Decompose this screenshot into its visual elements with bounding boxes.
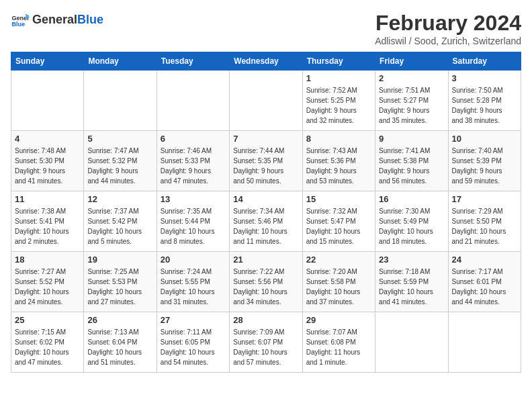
day-number: 20 [161,255,226,265]
day-cell-17: 17Sunrise: 7:29 AM Sunset: 5:50 PM Dayli… [448,191,521,252]
day-info: Sunrise: 7:48 AM Sunset: 5:30 PM Dayligh… [15,146,80,186]
day-cell-25: 25Sunrise: 7:15 AM Sunset: 6:02 PM Dayli… [11,312,84,373]
day-number: 5 [87,134,152,144]
day-number: 8 [306,134,371,144]
header-thursday: Thursday [302,52,375,71]
day-info: Sunrise: 7:11 AM Sunset: 6:05 PM Dayligh… [161,327,226,367]
day-cell-18: 18Sunrise: 7:27 AM Sunset: 5:52 PM Dayli… [11,252,84,312]
day-number: 19 [87,255,152,265]
logo: General Blue GeneralBlue [11,11,103,30]
day-info: Sunrise: 7:35 AM Sunset: 5:44 PM Dayligh… [161,206,226,246]
empty-cell [157,71,229,131]
day-number: 15 [306,194,371,204]
day-info: Sunrise: 7:18 AM Sunset: 5:59 PM Dayligh… [379,267,444,307]
day-cell-9: 9Sunrise: 7:41 AM Sunset: 5:38 PM Daylig… [375,131,448,191]
day-number: 26 [87,315,152,325]
day-cell-19: 19Sunrise: 7:25 AM Sunset: 5:53 PM Dayli… [84,252,157,312]
day-cell-8: 8Sunrise: 7:43 AM Sunset: 5:36 PM Daylig… [302,131,375,191]
day-number: 28 [233,315,298,325]
day-number: 16 [379,194,444,204]
day-cell-5: 5Sunrise: 7:47 AM Sunset: 5:32 PM Daylig… [84,131,157,191]
location-subtitle: Adliswil / Sood, Zurich, Switzerland [375,36,521,46]
day-number: 6 [161,134,226,144]
day-number: 4 [15,134,80,144]
day-info: Sunrise: 7:30 AM Sunset: 5:49 PM Dayligh… [379,206,444,246]
calendar-header-row: SundayMondayTuesdayWednesdayThursdayFrid… [11,52,521,71]
day-number: 21 [233,255,298,265]
day-number: 9 [379,134,444,144]
day-info: Sunrise: 7:29 AM Sunset: 5:50 PM Dayligh… [452,206,517,246]
day-info: Sunrise: 7:43 AM Sunset: 5:36 PM Dayligh… [306,146,371,186]
day-number: 10 [452,134,517,144]
day-cell-23: 23Sunrise: 7:18 AM Sunset: 5:59 PM Dayli… [375,252,448,312]
header-sunday: Sunday [11,52,84,71]
day-number: 11 [15,194,80,204]
day-info: Sunrise: 7:25 AM Sunset: 5:53 PM Dayligh… [87,267,152,307]
day-number: 17 [452,194,517,204]
day-cell-2: 2Sunrise: 7:51 AM Sunset: 5:27 PM Daylig… [375,71,448,131]
day-info: Sunrise: 7:40 AM Sunset: 5:39 PM Dayligh… [452,146,517,186]
day-info: Sunrise: 7:37 AM Sunset: 5:42 PM Dayligh… [87,206,152,246]
day-info: Sunrise: 7:46 AM Sunset: 5:33 PM Dayligh… [161,146,226,186]
day-number: 27 [161,315,226,325]
day-number: 25 [15,315,80,325]
day-info: Sunrise: 7:20 AM Sunset: 5:58 PM Dayligh… [306,267,371,307]
day-cell-4: 4Sunrise: 7:48 AM Sunset: 5:30 PM Daylig… [11,131,84,191]
header-wednesday: Wednesday [230,52,302,71]
day-info: Sunrise: 7:17 AM Sunset: 6:01 PM Dayligh… [452,267,517,307]
week-row-2: 11Sunrise: 7:38 AM Sunset: 5:41 PM Dayli… [11,191,521,252]
day-cell-11: 11Sunrise: 7:38 AM Sunset: 5:41 PM Dayli… [11,191,84,252]
day-cell-7: 7Sunrise: 7:44 AM Sunset: 5:35 PM Daylig… [230,131,302,191]
day-number: 2 [379,73,444,83]
calendar-table: SundayMondayTuesdayWednesdayThursdayFrid… [11,52,521,373]
day-number: 29 [306,315,371,325]
day-number: 14 [233,194,298,204]
day-number: 3 [452,73,517,83]
logo-blue-text: Blue [77,13,103,26]
svg-text:Blue: Blue [11,21,25,28]
day-number: 1 [306,73,371,83]
day-info: Sunrise: 7:34 AM Sunset: 5:46 PM Dayligh… [233,206,298,246]
empty-cell [84,71,157,131]
day-info: Sunrise: 7:27 AM Sunset: 5:52 PM Dayligh… [15,267,80,307]
day-cell-15: 15Sunrise: 7:32 AM Sunset: 5:47 PM Dayli… [302,191,375,252]
day-cell-14: 14Sunrise: 7:34 AM Sunset: 5:46 PM Dayli… [230,191,302,252]
header-saturday: Saturday [448,52,521,71]
day-cell-21: 21Sunrise: 7:22 AM Sunset: 5:56 PM Dayli… [230,252,302,312]
day-number: 7 [233,134,298,144]
day-info: Sunrise: 7:44 AM Sunset: 5:35 PM Dayligh… [233,146,298,186]
day-info: Sunrise: 7:51 AM Sunset: 5:27 PM Dayligh… [379,85,444,126]
day-number: 23 [379,255,444,265]
week-row-3: 18Sunrise: 7:27 AM Sunset: 5:52 PM Dayli… [11,252,521,312]
day-cell-6: 6Sunrise: 7:46 AM Sunset: 5:33 PM Daylig… [157,131,229,191]
day-info: Sunrise: 7:09 AM Sunset: 6:07 PM Dayligh… [233,327,298,367]
day-number: 18 [15,255,80,265]
week-row-0: 1Sunrise: 7:52 AM Sunset: 5:25 PM Daylig… [11,71,521,131]
day-cell-10: 10Sunrise: 7:40 AM Sunset: 5:39 PM Dayli… [448,131,521,191]
week-row-4: 25Sunrise: 7:15 AM Sunset: 6:02 PM Dayli… [11,312,521,373]
day-number: 22 [306,255,371,265]
empty-cell [11,71,84,131]
day-cell-20: 20Sunrise: 7:24 AM Sunset: 5:55 PM Dayli… [157,252,229,312]
day-cell-1: 1Sunrise: 7:52 AM Sunset: 5:25 PM Daylig… [302,71,375,131]
month-title: February 2024 [375,11,521,36]
logo-icon: General Blue [11,11,30,30]
day-cell-28: 28Sunrise: 7:09 AM Sunset: 6:07 PM Dayli… [230,312,302,373]
day-cell-12: 12Sunrise: 7:37 AM Sunset: 5:42 PM Dayli… [84,191,157,252]
day-cell-27: 27Sunrise: 7:11 AM Sunset: 6:05 PM Dayli… [157,312,229,373]
day-cell-29: 29Sunrise: 7:07 AM Sunset: 6:08 PM Dayli… [302,312,375,373]
day-info: Sunrise: 7:41 AM Sunset: 5:38 PM Dayligh… [379,146,444,186]
day-cell-24: 24Sunrise: 7:17 AM Sunset: 6:01 PM Dayli… [448,252,521,312]
day-info: Sunrise: 7:52 AM Sunset: 5:25 PM Dayligh… [306,85,371,126]
page-header: General Blue GeneralBlue February 2024 A… [11,11,521,46]
day-cell-16: 16Sunrise: 7:30 AM Sunset: 5:49 PM Dayli… [375,191,448,252]
day-cell-22: 22Sunrise: 7:20 AM Sunset: 5:58 PM Dayli… [302,252,375,312]
day-info: Sunrise: 7:50 AM Sunset: 5:28 PM Dayligh… [452,85,517,126]
day-info: Sunrise: 7:32 AM Sunset: 5:47 PM Dayligh… [306,206,371,246]
day-info: Sunrise: 7:13 AM Sunset: 6:04 PM Dayligh… [87,327,152,367]
day-number: 24 [452,255,517,265]
header-monday: Monday [84,52,157,71]
logo-general-text: General [32,13,77,26]
day-cell-13: 13Sunrise: 7:35 AM Sunset: 5:44 PM Dayli… [157,191,229,252]
day-info: Sunrise: 7:22 AM Sunset: 5:56 PM Dayligh… [233,267,298,307]
